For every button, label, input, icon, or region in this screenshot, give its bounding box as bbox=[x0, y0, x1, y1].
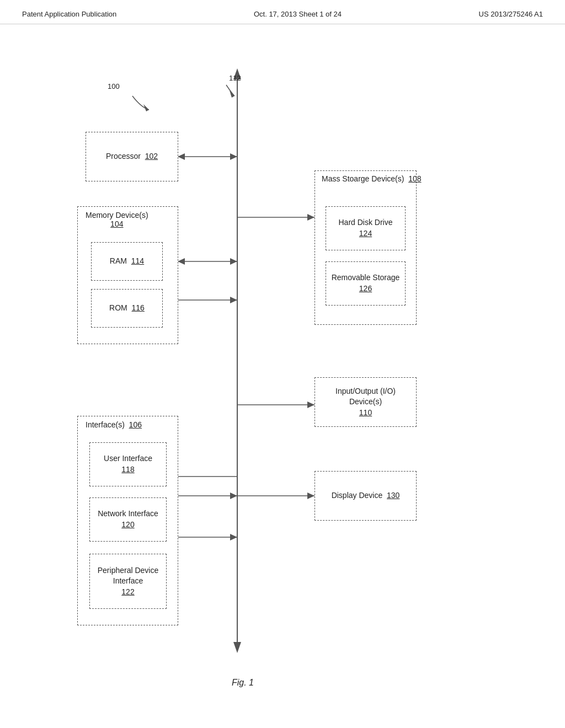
header-right: US 2013/275246 A1 bbox=[479, 10, 543, 18]
rom-box: ROM 116 bbox=[91, 289, 163, 328]
header-left: Patent Application Publication bbox=[22, 10, 116, 18]
network-interface-box: Network Interface 120 bbox=[89, 497, 167, 542]
page-header: Patent Application Publication Oct. 17, … bbox=[0, 0, 565, 24]
user-interface-box: User Interface 118 bbox=[89, 442, 167, 486]
ref-112: 112 bbox=[229, 74, 241, 82]
svg-marker-27 bbox=[230, 90, 234, 98]
display-device-box: Display Device 130 bbox=[315, 471, 417, 521]
svg-marker-11 bbox=[230, 297, 237, 303]
peripheral-interface-box: Peripheral Device Interface 122 bbox=[89, 554, 167, 609]
hard-disk-box: Hard Disk Drive 124 bbox=[326, 206, 406, 250]
processor-box: Processor 102 bbox=[86, 132, 178, 181]
svg-marker-18 bbox=[230, 534, 237, 540]
mass-storage-label: Mass Stoarge Device(s) 108 bbox=[322, 174, 422, 183]
svg-marker-25 bbox=[307, 493, 315, 499]
svg-marker-20 bbox=[307, 214, 315, 221]
svg-marker-15 bbox=[230, 493, 237, 499]
removable-storage-box: Removable Storage 126 bbox=[326, 261, 406, 306]
diagram-area: 100 112 Processor 102 Memory Device(s) 1… bbox=[0, 24, 565, 719]
memory-devices-label: Memory Device(s) 104 bbox=[86, 211, 148, 228]
svg-marker-8 bbox=[230, 258, 237, 265]
fig-label: Fig. 1 bbox=[232, 678, 254, 688]
svg-marker-4 bbox=[178, 153, 185, 160]
ram-box: RAM 114 bbox=[91, 242, 163, 281]
svg-marker-7 bbox=[178, 258, 185, 265]
io-devices-box: Input/Output (I/O) Device(s) 110 bbox=[315, 377, 417, 427]
svg-marker-23 bbox=[307, 402, 315, 408]
interfaces-label: Interface(s) 106 bbox=[86, 420, 142, 429]
ref-100: 100 bbox=[108, 82, 120, 90]
svg-marker-5 bbox=[230, 153, 237, 160]
header-middle: Oct. 17, 2013 Sheet 1 of 24 bbox=[254, 10, 342, 18]
svg-marker-2 bbox=[233, 642, 241, 653]
svg-marker-26 bbox=[143, 104, 149, 111]
